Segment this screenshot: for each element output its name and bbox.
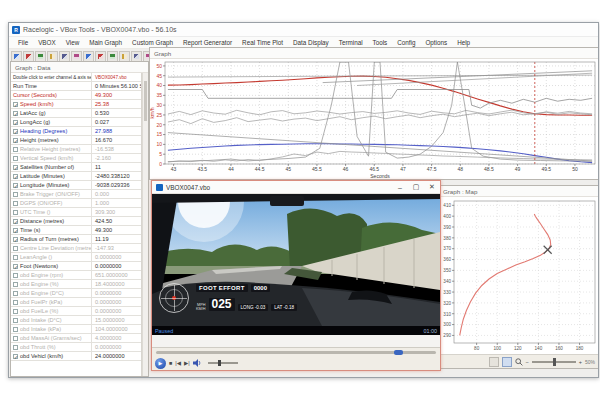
menu-help[interactable]: Help [452, 39, 475, 46]
play-button[interactable]: ▶ [155, 358, 166, 369]
speaker-icon[interactable] [193, 359, 202, 367]
volume-slider[interactable] [208, 362, 238, 364]
zoom-in-button[interactable]: + [579, 359, 582, 365]
channel-row[interactable]: obd Intake (D°C)15.0000000 [11, 316, 141, 325]
channel-checkbox[interactable]: ✓ [13, 129, 18, 134]
channel-row[interactable]: ✓Latitude (Minutes)-2480.338120 [11, 172, 141, 181]
channel-row[interactable]: Brake Trigger (ON/OFF)0.000 [11, 190, 141, 199]
channel-checkbox[interactable] [13, 345, 18, 350]
channel-checkbox[interactable]: ✓ [13, 237, 18, 242]
channel-row[interactable]: ✓Heading (Degrees)27.988 [11, 127, 141, 136]
menu-tools[interactable]: Tools [368, 39, 393, 46]
channel-row[interactable]: Run Time0 Minutes 56.100 Seconds [11, 82, 141, 91]
channel-checkbox[interactable]: ✓ [13, 264, 18, 269]
channel-row[interactable]: obd FuelPr (kPa)0.0000000 [11, 298, 141, 307]
step-back-button[interactable]: |◀ [175, 360, 181, 366]
channel-row[interactable]: Centre Line Deviation (metres)-147.93 [11, 244, 141, 253]
channel-checkbox[interactable]: ✓ [13, 228, 18, 233]
channel-checkbox[interactable] [13, 273, 18, 278]
video-window-titlebar[interactable]: VBOX0047.vbo – ▢ ✕ [152, 181, 440, 194]
channel-checkbox[interactable] [13, 210, 18, 215]
menu-real-time-plot[interactable]: Real Time Plot [237, 39, 288, 46]
channel-checkbox[interactable] [13, 156, 18, 161]
channel-checkbox[interactable]: ✓ [13, 120, 18, 125]
channel-row[interactable]: obd Intake (kPa)104.0000000 [11, 325, 141, 334]
menu-data-display[interactable]: Data Display [288, 39, 334, 46]
channel-checkbox[interactable] [13, 201, 18, 206]
channel-row[interactable]: ✓Time (s)49.300 [11, 226, 141, 235]
channel-checkbox[interactable]: ✓ [13, 219, 18, 224]
menu-view[interactable]: View [61, 39, 85, 46]
channel-checkbox[interactable]: ✓ [13, 183, 18, 188]
channel-checkbox[interactable] [13, 300, 18, 305]
real-time-plot-icon[interactable] [119, 51, 130, 62]
seek-bar[interactable] [156, 351, 436, 354]
map-icon[interactable] [59, 51, 70, 62]
channel-row[interactable]: ✓Height (metres)16.670 [11, 136, 141, 145]
channel-checkbox[interactable] [13, 327, 18, 332]
channel-row[interactable]: obd Thrott (%)0.0000000 [11, 343, 141, 352]
close-button[interactable]: ✕ [424, 181, 440, 193]
maximize-button[interactable]: ▢ [408, 181, 424, 193]
channel-row[interactable]: ✓Radius of Turn (metres)11.19 [11, 235, 141, 244]
map-mode-button-1[interactable] [489, 357, 499, 367]
main-graph-plot[interactable]: 4343.54444.54545.54646.54747.54848.54949… [150, 59, 599, 179]
stop-button[interactable]: ■ [169, 360, 172, 366]
channel-checkbox[interactable] [13, 291, 18, 296]
channel-row[interactable]: Vertical Speed (km/h)-2.160 [11, 154, 141, 163]
channel-row[interactable]: ✓Foot (Newtons)0.0000000 [11, 262, 141, 271]
channel-row[interactable]: ✓Longitude (Minutes)-9038.029336 [11, 181, 141, 190]
channel-row[interactable]: ✓LatAcc (g)0.530 [11, 109, 141, 118]
channel-row[interactable]: ✓obd Vehicl (km/h)24.0000000 [11, 352, 141, 361]
channel-checkbox[interactable]: ✓ [13, 165, 18, 170]
connect-icon[interactable] [23, 51, 34, 62]
data-panel-scrollbar[interactable] [142, 73, 148, 376]
terminal-icon[interactable] [131, 51, 142, 62]
menu-custom-graph[interactable]: Custom Graph [127, 39, 178, 46]
channel-checkbox[interactable] [13, 336, 18, 341]
channel-checkbox[interactable] [13, 192, 18, 197]
channel-checkbox[interactable] [13, 255, 18, 260]
menu-terminal[interactable]: Terminal [334, 39, 368, 46]
channel-row[interactable]: ✓Speed (km/h)25.38 [11, 100, 141, 109]
map-mode-button-2[interactable] [502, 357, 512, 367]
channel-row[interactable]: ✓Distance (metres)424.50 [11, 217, 141, 226]
setup-icon[interactable] [35, 51, 46, 62]
minimize-button[interactable]: – [392, 181, 408, 193]
channel-row[interactable]: UTC Time ()309.300 [11, 208, 141, 217]
channel-checkbox[interactable]: ✓ [13, 111, 18, 116]
menu-config[interactable]: Config [392, 39, 420, 46]
channel-row[interactable]: obd Engine (D°C)0.0000000 [11, 289, 141, 298]
channel-checkbox[interactable] [13, 309, 18, 314]
menu-file[interactable]: File [13, 39, 33, 46]
map-zoom-slider[interactable] [532, 361, 576, 363]
custom-graph-icon[interactable] [107, 51, 118, 62]
channel-checkbox[interactable] [13, 318, 18, 323]
channel-checkbox[interactable] [13, 246, 18, 251]
video-frame[interactable]: FOOT EFFORT 0000 MPH KM/H 025 LONG -0.03… [152, 194, 440, 335]
channel-row[interactable]: ✓Satellites (Number of)11 [11, 163, 141, 172]
step-forward-button[interactable]: ▶| [184, 360, 190, 366]
open-vbox-icon[interactable] [11, 51, 22, 62]
report-generator-icon[interactable] [83, 51, 94, 62]
channel-checkbox[interactable]: ✓ [13, 102, 18, 107]
channel-row[interactable]: LeanAngle ()0.0000000 [11, 253, 141, 262]
channel-row[interactable]: Double click to enter channel & axis set… [11, 73, 141, 82]
channel-row[interactable]: ✓LongAcc (g)0.027 [11, 118, 141, 127]
channel-row[interactable]: obd FuelLe (%)0.0000000 [11, 307, 141, 316]
channel-row[interactable]: obd Engine (rpm)651.0000000 [11, 271, 141, 280]
channel-row[interactable]: DGPS (ON/OFF)1.000 [11, 199, 141, 208]
channel-checkbox[interactable]: ✓ [13, 138, 18, 143]
channel-row[interactable]: Cursor (Seconds)49.300 [11, 91, 141, 100]
data-display-icon[interactable] [71, 51, 82, 62]
channel-row[interactable]: Relative Height (metres)-16.538 [11, 145, 141, 154]
channel-checkbox[interactable]: ✓ [13, 174, 18, 179]
print-icon[interactable] [95, 51, 106, 62]
channel-checkbox[interactable]: ✓ [13, 354, 18, 359]
zoom-out-button[interactable]: − [526, 359, 529, 365]
menu-vbox[interactable]: VBOX [33, 39, 61, 46]
map-plot[interactable]: 8010012014016018029030031032033034035036… [439, 197, 599, 354]
menu-main-graph[interactable]: Main Graph [84, 39, 127, 46]
main-graph-icon[interactable] [47, 51, 58, 62]
channel-row[interactable]: obd Engine (%)18.4000000 [11, 280, 141, 289]
